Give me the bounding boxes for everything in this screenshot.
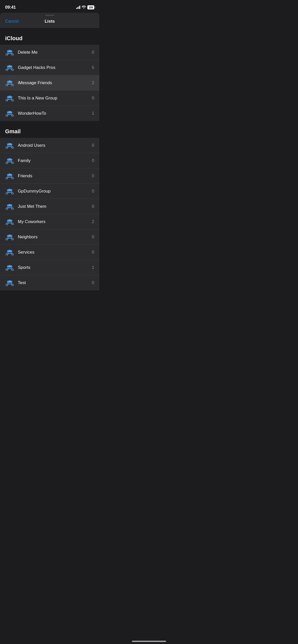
content-area: iCloud Delete Me 0 [0, 35, 99, 301]
list-item-count: 0 [92, 50, 94, 55]
icloud-list: Delete Me 0 Gadget Hacks Pros 5 [0, 45, 99, 121]
list-item[interactable]: GpDummyGroup 0 [0, 184, 99, 199]
list-item[interactable]: Neighbors 0 [0, 229, 99, 245]
list-item[interactable]: Android Users 0 [0, 138, 99, 153]
battery-icon: 100 [87, 5, 94, 9]
status-time: 09:41 [5, 5, 16, 10]
svg-point-32 [8, 219, 11, 222]
group-icon [5, 110, 14, 117]
icloud-section: iCloud Delete Me 0 [0, 35, 99, 121]
list-item-name: Sports [18, 265, 90, 270]
svg-point-17 [8, 143, 11, 145]
list-item-count: 0 [92, 96, 94, 101]
svg-point-26 [8, 189, 11, 191]
svg-point-20 [8, 158, 11, 161]
svg-point-35 [8, 235, 11, 237]
group-icon [5, 203, 14, 210]
list-item[interactable]: iMessage Friends 2 [0, 75, 99, 91]
group-icon [5, 172, 14, 180]
list-item-name: Friends [18, 173, 90, 179]
list-item-count: 0 [92, 143, 94, 148]
list-item-count: 0 [92, 158, 94, 163]
list-item[interactable]: Gadget Hacks Pros 5 [0, 60, 99, 75]
list-item[interactable]: Sports 1 [0, 260, 99, 275]
svg-point-44 [8, 280, 11, 283]
page-title: Lists [45, 19, 55, 24]
group-icon [5, 264, 14, 271]
list-item-name: iMessage Friends [18, 80, 90, 85]
list-item-count: 0 [92, 235, 94, 240]
svg-point-38 [8, 250, 11, 252]
group-icon [5, 188, 14, 195]
signal-bars-icon [76, 6, 80, 9]
svg-point-41 [8, 265, 11, 268]
gmail-section: Gmail Android Users 0 [0, 128, 99, 290]
list-item-count: 1 [92, 111, 94, 116]
list-item-count: 2 [92, 219, 94, 224]
icloud-section-header: iCloud [0, 35, 99, 45]
list-item-name: Just Met Them [18, 204, 90, 209]
list-item-count: 5 [92, 65, 94, 70]
group-icon [5, 142, 14, 149]
list-item-name: GpDummyGroup [18, 189, 90, 194]
list-item[interactable]: Test 0 [0, 275, 99, 290]
list-item-count: 0 [92, 280, 94, 285]
cancel-button[interactable]: Cancel [5, 19, 19, 24]
svg-point-14 [8, 111, 11, 113]
gmail-section-header: Gmail [0, 128, 99, 138]
group-icon [5, 79, 14, 86]
list-item-name: Delete Me [18, 50, 90, 55]
status-icons: 100 [76, 5, 94, 9]
svg-point-5 [8, 65, 11, 68]
list-item-count: 2 [92, 80, 94, 85]
svg-point-23 [8, 173, 11, 176]
list-item-count: 1 [92, 265, 94, 270]
wifi-icon [82, 5, 86, 9]
status-bar: 09:41 100 [0, 0, 99, 13]
list-item[interactable]: Delete Me 0 [0, 45, 99, 60]
list-item[interactable]: Family 0 [0, 153, 99, 168]
list-item-count: 0 [92, 204, 94, 209]
list-item-name: Test [18, 280, 90, 285]
list-item[interactable]: Just Met Them 0 [0, 199, 99, 214]
list-item[interactable]: This Is a New Group 0 [0, 91, 99, 106]
list-item-name: Gadget Hacks Pros [18, 65, 90, 70]
list-item[interactable]: My Coworkers 2 [0, 214, 99, 229]
list-item[interactable]: WonderHowTo 1 [0, 106, 99, 121]
list-item[interactable]: Services 0 [0, 245, 99, 260]
group-icon [5, 218, 14, 225]
group-icon [5, 279, 14, 286]
group-icon [5, 233, 14, 241]
list-item-count: 0 [92, 173, 94, 179]
svg-point-2 [8, 50, 11, 52]
list-item-name: This Is a New Group [18, 96, 90, 101]
group-icon [5, 49, 14, 56]
list-item-name: Services [18, 250, 90, 255]
group-icon [5, 157, 14, 164]
list-item-name: Family [18, 158, 90, 163]
group-icon [5, 249, 14, 256]
list-item-count: 0 [92, 250, 94, 255]
svg-point-11 [8, 96, 11, 98]
group-icon [5, 95, 14, 102]
list-item-name: WonderHowTo [18, 111, 90, 116]
list-item-name: Android Users [18, 143, 90, 148]
gmail-list: Android Users 0 Family 0 [0, 138, 99, 290]
list-item-count: 0 [92, 189, 94, 194]
sheet-handle-area: Cancel Lists [0, 13, 99, 28]
svg-point-8 [8, 80, 11, 83]
list-item[interactable]: Friends 0 [0, 168, 99, 184]
list-item-name: My Coworkers [18, 219, 90, 224]
list-item-name: Neighbors [18, 235, 90, 240]
group-icon [5, 64, 14, 71]
nav-bar: Cancel Lists [0, 16, 99, 28]
svg-point-29 [8, 204, 11, 207]
